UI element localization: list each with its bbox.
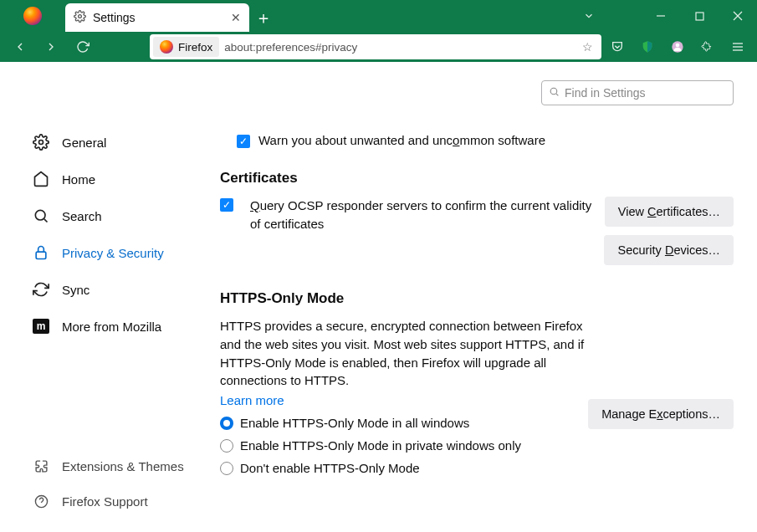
new-tab-button[interactable]: ＋ [249, 3, 278, 32]
security-devices-button[interactable]: Security Devices… [604, 235, 734, 265]
search-icon [32, 207, 50, 225]
manage-exceptions-button[interactable]: Manage Exceptions… [588, 399, 734, 429]
radio-icon[interactable] [220, 462, 233, 475]
shield-icon[interactable] [640, 39, 655, 54]
url-bar[interactable]: Firefox about:preferences#privacy ☆ [150, 34, 601, 59]
url-text: about:preferences#privacy [224, 41, 577, 54]
warn-software-label: Warn you about unwanted and uncommon sof… [258, 133, 545, 147]
sidebar-item-label: Sync [62, 283, 90, 297]
firefox-logo-wrap [0, 0, 65, 32]
firefox-logo-icon [23, 7, 42, 25]
sidebar-item-general[interactable]: General [32, 133, 205, 151]
radio-selected-icon[interactable] [220, 417, 233, 430]
sidebar-item-search[interactable]: Search [32, 207, 205, 225]
https-option-disabled[interactable]: Don't enable HTTPS-Only Mode [220, 461, 588, 475]
https-option-private-only[interactable]: Enable HTTPS-Only Mode in private window… [220, 438, 588, 453]
sidebar-item-label: Search [62, 209, 102, 223]
radio-label: Don't enable HTTPS-Only Mode [240, 461, 420, 475]
sidebar-item-privacy[interactable]: Privacy & Security [32, 243, 205, 262]
svg-point-10 [550, 88, 557, 95]
account-icon[interactable] [670, 39, 685, 54]
toolbar-right [610, 39, 749, 54]
sidebar-support-label: Firefox Support [62, 494, 148, 509]
app-menu-icon[interactable] [730, 39, 745, 54]
https-only-heading: HTTPS-Only Mode [220, 290, 588, 307]
titlebar: Settings ✕ ＋ [0, 0, 757, 32]
https-option-all-windows[interactable]: Enable HTTPS-Only Mode in all windows [220, 416, 588, 430]
sidebar-support-link[interactable]: Firefox Support [32, 492, 205, 510]
search-icon [549, 86, 560, 100]
gear-icon [74, 10, 86, 25]
pocket-icon[interactable] [610, 39, 625, 54]
identity-label: Firefox [178, 41, 212, 54]
svg-point-6 [676, 43, 680, 48]
sidebar-item-label: General [62, 136, 106, 150]
lock-icon [32, 243, 50, 262]
tab-close-icon[interactable]: ✕ [231, 11, 241, 24]
checkbox-checked-icon[interactable]: ✓ [237, 135, 250, 148]
window-maximize-button[interactable] [680, 0, 719, 32]
find-in-settings[interactable]: Find in Settings [541, 80, 734, 105]
ocsp-label[interactable]: Query OCSP responder servers to confirm … [250, 197, 593, 233]
find-in-settings-placeholder: Find in Settings [565, 86, 646, 100]
svg-point-13 [35, 210, 45, 220]
browser-tab[interactable]: Settings ✕ [65, 3, 249, 32]
sidebar-item-label: Privacy & Security [62, 246, 164, 260]
sidebar-item-sync[interactable]: Sync [32, 280, 205, 299]
puzzle-icon [32, 457, 50, 475]
mozilla-icon: m [32, 317, 50, 335]
question-icon [32, 492, 50, 510]
main-panel: ✓ Warn you about unwanted and uncommon s… [205, 62, 757, 532]
content: Find in Settings General Home Search Pri… [0, 62, 757, 532]
https-only-description: HTTPS provides a secure, encrypted conne… [220, 317, 588, 390]
forward-button[interactable] [40, 34, 64, 59]
back-button[interactable] [8, 34, 32, 59]
sidebar-item-label: More from Mozilla [62, 320, 161, 334]
svg-rect-15 [36, 252, 46, 258]
tab-title: Settings [93, 11, 136, 24]
sidebar-extensions-label: Extensions & Themes [62, 459, 184, 473]
titlebar-right [570, 0, 757, 32]
sidebar-item-label: Home [62, 172, 95, 187]
bookmark-star-icon[interactable]: ☆ [582, 40, 593, 54]
radio-icon[interactable] [220, 439, 233, 453]
identity-box[interactable]: Firefox [153, 37, 219, 57]
sidebar-item-more-mozilla[interactable]: m More from Mozilla [32, 317, 205, 335]
learn-more-link[interactable]: Learn more [220, 393, 588, 407]
view-certificates-button[interactable]: View Certificates… [605, 197, 734, 227]
svg-line-14 [44, 219, 48, 223]
window-minimize-button[interactable] [642, 0, 680, 32]
firefox-identity-icon [160, 40, 173, 54]
gear-icon [32, 133, 50, 151]
sidebar-extensions-link[interactable]: Extensions & Themes [32, 457, 205, 475]
sidebar-item-home[interactable]: Home [32, 170, 205, 188]
certificates-heading: Certificates [220, 170, 734, 187]
svg-point-12 [39, 141, 43, 145]
svg-point-0 [79, 15, 82, 18]
toolbar: Firefox about:preferences#privacy ☆ [0, 32, 757, 62]
checkbox-checked-icon[interactable]: ✓ [220, 198, 233, 212]
svg-line-11 [556, 94, 558, 95]
reload-button[interactable] [71, 34, 95, 59]
home-icon [32, 170, 50, 188]
svg-rect-2 [696, 13, 703, 20]
extensions-icon[interactable] [700, 39, 715, 54]
radio-label: Enable HTTPS-Only Mode in all windows [240, 416, 469, 430]
radio-label: Enable HTTPS-Only Mode in private window… [240, 438, 521, 453]
sidebar: General Home Search Privacy & Security S… [0, 62, 205, 532]
list-all-tabs-icon[interactable] [570, 0, 608, 32]
sync-icon [32, 280, 50, 299]
window-close-button[interactable] [719, 0, 757, 32]
warn-software-row[interactable]: ✓ Warn you about unwanted and uncommon s… [237, 133, 734, 148]
